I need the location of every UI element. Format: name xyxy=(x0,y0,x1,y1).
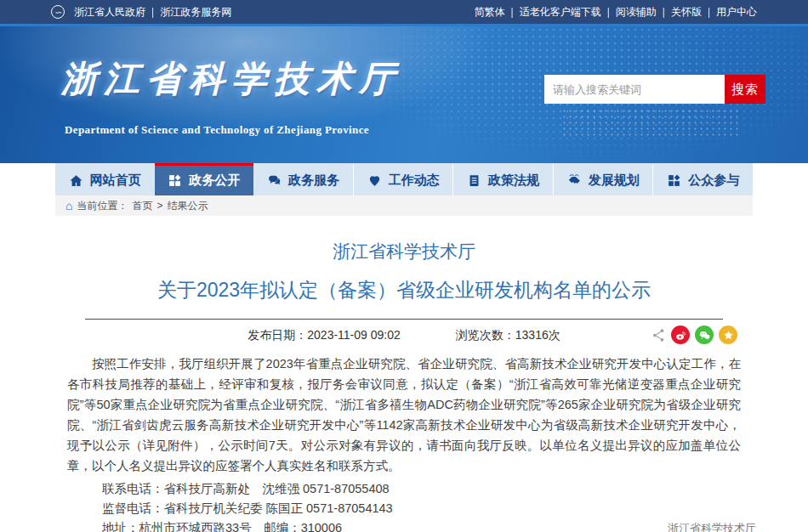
breadcrumb-separator: > xyxy=(156,200,162,212)
site-banner: 浙江省科学技术厅 Department of Science and Techn… xyxy=(0,26,808,163)
weibo-share-button[interactable] xyxy=(671,325,690,344)
topbar-right: 简繁体 | 适老化客户端下载 | 阅读辅助 | 关怀版 | 用户中心 xyxy=(475,5,758,20)
chat-bubbles-icon xyxy=(267,173,282,188)
nav-item-label: 发展规划 xyxy=(589,173,640,189)
topbar-link-provincial-gov[interactable]: 浙江省人民政府 xyxy=(74,5,145,20)
nav-item-gov-service[interactable]: 政务服务 xyxy=(253,163,353,195)
breadcrumb-prefix: 当前位置： xyxy=(77,199,128,213)
document-icon xyxy=(467,173,481,188)
publish-date-label: 发布日期： xyxy=(248,328,307,342)
zhejiang-gov-logo-icon: ∽ xyxy=(51,5,65,19)
breadcrumb-home-icon: ⌂ xyxy=(65,200,72,212)
topbar-link-care-version[interactable]: 关怀版 xyxy=(671,5,702,20)
main-nav: 网站首页 政务公开 政务服务 xyxy=(55,163,753,195)
share-nodes-icon[interactable] xyxy=(652,328,666,342)
participation-icon xyxy=(667,173,681,188)
supervision-phone-line: 监督电话：省科技厅机关纪委 陈国正 0571-87054143 xyxy=(102,499,753,518)
contact-block: 联系电话：省科技厅高新处 沈维强 0571-87055408 监督电话：省科技厅… xyxy=(102,479,753,532)
search-button[interactable]: 搜索 xyxy=(725,75,765,104)
wechat-share-button[interactable] xyxy=(695,325,714,344)
address-line: 地址：杭州市环城西路33号 邮编：310006 xyxy=(102,518,753,532)
breadcrumb: ⌂ 当前位置： 首页 > 结果公示 xyxy=(55,195,753,216)
topbar-link-elderly-client-download[interactable]: 适老化客户端下载 xyxy=(520,5,601,20)
publish-date: 发布日期：2023-11-09 09:02 xyxy=(248,328,401,343)
wechat-icon xyxy=(698,329,711,342)
topbar-link-reading-assist[interactable]: 阅读辅助 xyxy=(616,5,657,20)
nav-item-development-plan[interactable]: 发展规划 xyxy=(553,163,653,195)
separator: | xyxy=(151,6,154,18)
article-meta: 发布日期：2023-11-09 09:02 浏览次数：13316次 xyxy=(55,320,753,352)
qzone-star-icon xyxy=(722,329,735,342)
separator: | xyxy=(511,6,514,18)
article: 浙江省科学技术厅 关于2023年拟认定（备案）省级企业研发机构名单的公示 发布日… xyxy=(55,216,753,532)
handshake-icon xyxy=(567,173,582,188)
breadcrumb-home-link[interactable]: 首页 xyxy=(132,199,152,213)
view-count-label: 浏览次数： xyxy=(456,328,515,342)
topbar-link-gov-service-net[interactable]: 浙江政务服务网 xyxy=(160,5,231,20)
nav-item-label: 网站首页 xyxy=(90,173,141,189)
article-signature: 浙江省科学技术厅 xyxy=(668,521,756,532)
qzone-share-button[interactable] xyxy=(719,325,737,344)
article-title-line1: 浙江省科学技术厅 xyxy=(55,240,753,263)
page: ∽ 浙江省人民政府 | 浙江政务服务网 简繁体 | 适老化客户端下载 | 阅读辅… xyxy=(0,0,808,532)
nav-item-work-news[interactable]: 工作动态 xyxy=(353,163,453,195)
nav-item-gov-open[interactable]: 政务公开 xyxy=(155,163,254,195)
separator: | xyxy=(663,6,665,18)
weibo-icon xyxy=(674,329,687,342)
nav-item-label: 政务公开 xyxy=(189,173,240,189)
search-input[interactable] xyxy=(544,75,725,104)
home-icon xyxy=(69,173,83,188)
topbar-link-user-center[interactable]: 用户中心 xyxy=(716,5,757,20)
article-paragraph: 按照工作安排，我厅组织开展了2023年省重点企业研究院、省企业研究院、省高新技术… xyxy=(55,352,753,476)
nav-item-label: 政务服务 xyxy=(288,173,339,189)
topbar-left: ∽ 浙江省人民政府 | 浙江政务服务网 xyxy=(51,5,231,20)
nav-item-label: 政策法规 xyxy=(488,173,539,189)
nav-item-label: 工作动态 xyxy=(389,173,440,189)
nav-item-policies[interactable]: 政策法规 xyxy=(452,163,553,195)
nav-item-public-participation[interactable]: 公众参与 xyxy=(652,163,753,195)
share-bar xyxy=(652,325,737,344)
topbar-link-simplified-traditional[interactable]: 简繁体 xyxy=(475,5,505,20)
site-subtitle-english: Department of Science and Technology of … xyxy=(65,123,369,137)
gov-open-icon xyxy=(168,173,182,188)
heart-icon xyxy=(367,173,382,188)
publish-date-value: 2023-11-09 09:02 xyxy=(307,328,401,342)
breadcrumb-current: 结果公示 xyxy=(167,199,208,213)
view-count: 浏览次数：13316次 xyxy=(456,328,560,343)
separator: | xyxy=(607,6,610,18)
view-count-value: 13316次 xyxy=(515,328,560,342)
site-search: 搜索 xyxy=(544,75,765,104)
banner-dot-strip xyxy=(561,108,740,137)
nav-item-home[interactable]: 网站首页 xyxy=(55,163,155,195)
top-utility-bar: ∽ 浙江省人民政府 | 浙江政务服务网 简繁体 | 适老化客户端下载 | 阅读辅… xyxy=(0,0,808,24)
site-title: 浙江省科学技术厅 xyxy=(61,55,401,103)
nav-item-label: 公众参与 xyxy=(688,173,739,189)
article-title-line2: 关于2023年拟认定（备案）省级企业研发机构名单的公示 xyxy=(55,277,753,303)
contact-phone-line: 联系电话：省科技厅高新处 沈维强 0571-87055408 xyxy=(102,479,753,499)
separator: | xyxy=(708,6,710,18)
